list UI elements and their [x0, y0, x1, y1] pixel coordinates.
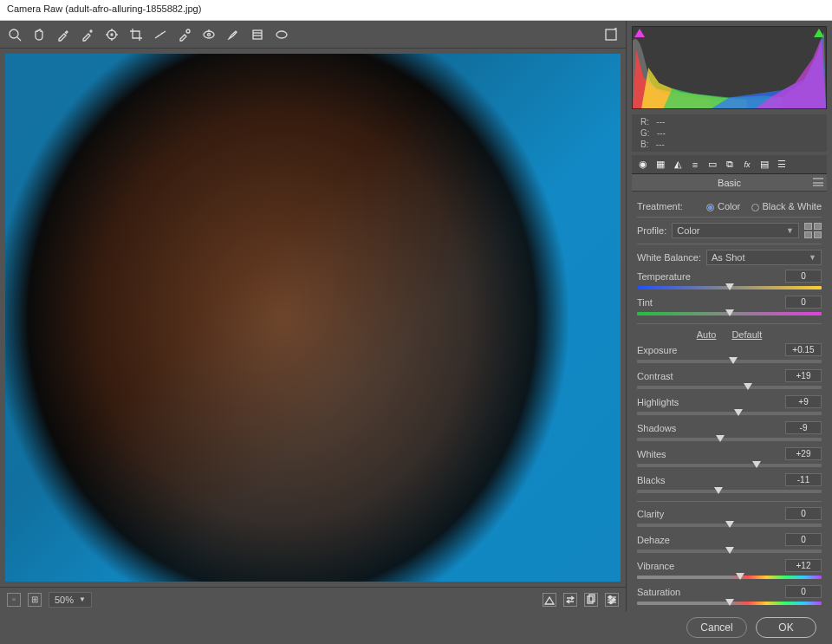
contrast-slider[interactable]: Contrast+19	[637, 369, 822, 392]
color-sampler-icon[interactable]	[80, 27, 95, 42]
compare-view-icon[interactable]: ⊞	[28, 593, 42, 607]
spot-removal-icon[interactable]	[177, 27, 192, 42]
vibrance-slider[interactable]: Vibrance+12	[637, 559, 822, 582]
histogram[interactable]	[632, 26, 827, 109]
blacks-slider[interactable]: Blacks-11	[637, 473, 822, 496]
tab-fx-icon[interactable]: fx	[741, 159, 753, 171]
straighten-tool-icon[interactable]	[153, 27, 168, 42]
tab-split-icon[interactable]: ▭	[706, 159, 718, 171]
zoom-select[interactable]: 50%▼	[49, 592, 92, 608]
whites-slider[interactable]: Whites+29	[637, 447, 822, 470]
panel-tabs: ◉ ▦ ◭ ≡ ▭ ⧉ fx ▤ ☰	[632, 155, 827, 174]
svg-rect-20	[606, 29, 616, 40]
svg-point-29	[610, 601, 613, 603]
profile-label: Profile:	[637, 225, 666, 236]
wb-eyedropper-icon[interactable]	[55, 27, 71, 42]
svg-point-28	[613, 598, 615, 601]
zoom-tool-icon[interactable]	[7, 27, 23, 42]
copy-settings-icon[interactable]	[584, 593, 598, 607]
window-titlebar: Camera Raw (adult-afro-alluring-1855882.…	[0, 0, 832, 21]
treatment-bw-radio[interactable]: Black & White	[751, 201, 822, 211]
tab-hsl-icon[interactable]: ≡	[689, 159, 701, 171]
svg-line-9	[155, 31, 166, 38]
tint-slider[interactable]: Tint0	[637, 296, 822, 318]
svg-point-2	[90, 30, 92, 32]
treatment-row: Treatment: Color Black & White	[637, 201, 822, 211]
svg-point-4	[111, 34, 113, 36]
svg-point-19	[276, 31, 287, 38]
svg-rect-22	[588, 596, 593, 603]
preferences-icon[interactable]	[603, 27, 619, 42]
svg-point-13	[204, 31, 214, 38]
wb-label: White Balance:	[637, 252, 701, 263]
target-adjust-icon[interactable]	[104, 27, 120, 42]
svg-point-3	[107, 30, 116, 39]
single-view-icon[interactable]: ▫	[7, 593, 21, 607]
panel-menu-icon[interactable]	[813, 178, 823, 186]
tab-lens-icon[interactable]: ⧉	[724, 159, 736, 171]
crop-tool-icon[interactable]	[128, 27, 144, 42]
svg-rect-23	[589, 595, 595, 602]
image-preview[interactable]	[5, 54, 621, 582]
tab-basic-icon[interactable]: ◉	[637, 159, 649, 171]
profile-select[interactable]: Color▼	[672, 223, 799, 238]
default-link[interactable]: Default	[731, 329, 762, 340]
auto-link[interactable]: Auto	[697, 329, 717, 340]
dialog-footer: Cancel OK	[0, 611, 832, 644]
dehaze-slider[interactable]: Dehaze0	[637, 533, 822, 556]
svg-line-11	[161, 33, 162, 34]
wb-select[interactable]: As Shot▼	[706, 250, 822, 265]
svg-line-10	[158, 36, 159, 36]
tab-presets-icon[interactable]: ☰	[776, 159, 788, 171]
adjustment-brush-icon[interactable]	[225, 27, 241, 42]
graduated-filter-icon[interactable]	[250, 27, 265, 42]
svg-point-27	[609, 595, 612, 598]
top-toolbar	[0, 21, 626, 49]
temperature-slider[interactable]: Temperature0	[637, 270, 822, 292]
panel-header: Basic	[632, 174, 827, 192]
svg-point-14	[208, 33, 211, 36]
svg-line-1	[17, 37, 21, 41]
redeye-tool-icon[interactable]	[201, 27, 217, 42]
tab-calib-icon[interactable]: ▤	[758, 159, 770, 171]
ok-button[interactable]: OK	[756, 617, 816, 638]
radial-filter-icon[interactable]	[274, 27, 289, 42]
svg-rect-16	[253, 30, 262, 39]
profile-browser-icon[interactable]	[804, 223, 822, 238]
treatment-color-radio[interactable]: Color	[706, 201, 740, 211]
clarity-slider[interactable]: Clarity0	[637, 507, 822, 530]
rgb-readout: R: --- G: --- B: ---	[632, 114, 827, 152]
shadows-slider[interactable]: Shadows-9	[637, 421, 822, 444]
before-after-icon[interactable]	[543, 593, 556, 607]
settings-sliders-icon[interactable]	[605, 593, 619, 607]
hand-tool-icon[interactable]	[31, 27, 47, 42]
svg-point-12	[186, 29, 190, 33]
swap-icon[interactable]	[563, 593, 577, 607]
svg-point-0	[10, 29, 18, 38]
saturation-slider[interactable]: Saturation0	[637, 585, 822, 608]
bottom-toolbar: ▫ ⊞ 50%▼	[0, 587, 626, 611]
tab-curve-icon[interactable]: ▦	[654, 159, 666, 171]
tab-detail-icon[interactable]: ◭	[672, 159, 684, 171]
exposure-slider[interactable]: Exposure+0.15	[637, 343, 822, 366]
highlights-slider[interactable]: Highlights+9	[637, 395, 822, 418]
cancel-button[interactable]: Cancel	[686, 617, 747, 638]
